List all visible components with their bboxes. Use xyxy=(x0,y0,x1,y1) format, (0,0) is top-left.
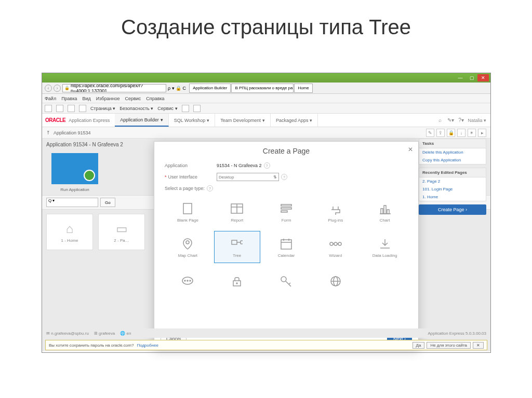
print-icon[interactable] xyxy=(79,105,86,112)
prompt-details-link[interactable]: Подробнее xyxy=(137,343,158,348)
ie-menubar: Файл Правка Вид Избранное Сервис Справка xyxy=(42,94,490,103)
home-icon[interactable] xyxy=(45,105,52,112)
menu-help[interactable]: Справка xyxy=(146,96,164,101)
page-type-map-chart[interactable]: Map Chart xyxy=(165,231,211,263)
run-application-icon xyxy=(51,153,98,184)
svg-rect-9 xyxy=(384,205,386,214)
admin-icon[interactable]: ✎▾ xyxy=(447,117,454,124)
prompt-yes-button[interactable]: Да xyxy=(413,342,425,349)
page-type-data-loading[interactable]: Data Loading xyxy=(362,231,408,263)
page-card-2[interactable]: ▭ 2 - Pa… xyxy=(98,214,145,250)
svg-rect-8 xyxy=(381,209,383,214)
dialog-title: Create a Page ✕ xyxy=(154,142,418,160)
password-prompt: Вы хотите сохранить пароль на oracle.com… xyxy=(45,340,487,350)
search-input[interactable]: Q ▾ xyxy=(46,198,98,207)
help-icon[interactable]: ?▾ xyxy=(457,117,464,124)
page-type-label: Plug-ins xyxy=(328,218,343,223)
user-menu[interactable]: Natalia ▾ xyxy=(468,118,486,123)
run-application-label: Run Application xyxy=(46,187,103,192)
export-icon[interactable]: ↓ xyxy=(457,129,466,137)
menu-edit[interactable]: Правка xyxy=(61,96,77,101)
menu-favorites[interactable]: Избранное xyxy=(96,96,120,101)
menu-file[interactable]: Файл xyxy=(45,96,56,101)
recent-page-link[interactable]: 1. Home xyxy=(419,193,486,201)
tab-packaged-apps[interactable]: Packaged Apps▾ xyxy=(271,114,318,127)
dialog-close-icon[interactable]: ✕ xyxy=(408,146,413,153)
page-type-grid: Blank PageReportFormPlug-insChartMap Cha… xyxy=(165,196,408,298)
bug-icon[interactable]: ✶ xyxy=(468,129,476,137)
page-type-label: Blank Page xyxy=(177,218,198,223)
browser-window: — ▢ ✕ ‹ › 🔒 https://apex.oracle.com/pls/… xyxy=(42,73,491,353)
go-button[interactable]: Go xyxy=(100,198,115,207)
browser-tab[interactable]: В РПЦ рассказали о вреде ра… xyxy=(231,84,294,93)
lock-icon[interactable]: 🔒 xyxy=(447,129,455,137)
page-type-report[interactable]: Report xyxy=(214,196,260,228)
slide-title: Создание страницы типа Tree xyxy=(0,0,532,49)
svg-point-11 xyxy=(186,241,189,244)
help-icon[interactable]: ? xyxy=(281,174,287,180)
tree-icon xyxy=(229,237,245,251)
recent-page-link[interactable]: 2. Page 2 xyxy=(419,177,486,185)
page-type-chart[interactable]: Chart xyxy=(362,196,408,228)
page-type-blank-page[interactable]: Blank Page xyxy=(165,196,211,228)
toolbar-security[interactable]: Безопасность ▾ xyxy=(119,106,153,111)
breadcrumb-bar: ⤒ Application 91534 ✎ ⇪ 🔒 ↓ ✶ ▸ xyxy=(42,127,490,139)
edit-icon[interactable]: ✎ xyxy=(426,129,434,137)
lock-icon: 🔒 xyxy=(64,86,70,90)
page-type-form[interactable]: Form xyxy=(263,196,310,228)
ie-toolbar: Страница ▾ Безопасность ▾ Сервис ▾ xyxy=(42,103,490,114)
create-page-button[interactable]: Create Page › xyxy=(419,204,486,215)
mail-icon[interactable] xyxy=(68,105,75,112)
page-type-wizard[interactable]: Wizard xyxy=(312,231,358,263)
help-icon[interactable] xyxy=(182,105,189,112)
svg-rect-13 xyxy=(281,240,291,249)
maximize-button[interactable]: ▢ xyxy=(466,74,477,81)
minimize-button[interactable]: — xyxy=(455,74,466,81)
close-button[interactable]: ✕ xyxy=(477,74,489,81)
prompt-close-icon[interactable]: ✕ xyxy=(473,342,484,349)
tab-team-dev[interactable]: Team Development▾ xyxy=(215,114,271,127)
menu-view[interactable]: Вид xyxy=(83,96,91,101)
help-icon[interactable]: ? xyxy=(207,185,213,191)
page-type-plug-ins[interactable]: Plug-ins xyxy=(312,196,358,228)
page-type-login-page[interactable] xyxy=(214,266,260,298)
breadcrumb-text[interactable]: Application 91534 xyxy=(54,130,91,135)
tab-sql-workshop[interactable]: SQL Workshop▾ xyxy=(169,114,216,127)
forward-button[interactable]: › xyxy=(54,85,61,92)
page-card-home[interactable]: ⌂ 1 - Home xyxy=(46,214,93,250)
page-type-feedback-page[interactable] xyxy=(165,266,211,298)
page-type-calendar[interactable]: Calendar xyxy=(263,231,310,263)
svg-rect-4 xyxy=(281,204,291,206)
delete-application-link[interactable]: Delete this Application xyxy=(419,148,486,156)
run-application-card[interactable]: Run Application xyxy=(46,153,103,192)
page-type-tree[interactable]: Tree xyxy=(214,231,260,263)
page-card-label: 1 - Home xyxy=(61,238,78,243)
back-button[interactable]: ‹ xyxy=(45,85,52,92)
browser-tab[interactable]: Home xyxy=(294,84,312,93)
tab-app-builder[interactable]: Application Builder▾ xyxy=(115,114,169,127)
feeds-icon[interactable] xyxy=(56,105,63,112)
svg-point-30 xyxy=(281,277,286,282)
toolbar-page[interactable]: Страница ▾ xyxy=(90,106,115,111)
page-type-access-control[interactable] xyxy=(263,266,310,298)
blank-page-icon xyxy=(180,201,195,216)
wizard-icon xyxy=(328,237,343,251)
menu-tools[interactable]: Сервис xyxy=(125,96,141,101)
search-icon[interactable]: ⌕ xyxy=(436,117,444,124)
share-icon[interactable]: ⇪ xyxy=(436,129,445,137)
access-control-icon xyxy=(278,274,294,289)
prompt-no-button[interactable]: Не для этого сайта xyxy=(427,342,471,349)
run-icon[interactable]: ▸ xyxy=(478,129,486,137)
user-interface-select[interactable]: Desktop⇅ xyxy=(217,173,279,181)
copy-application-link[interactable]: Copy this Application xyxy=(419,156,486,164)
help-icon[interactable]: ? xyxy=(264,162,270,169)
app-content: Application 91534 - N Grafeeva 2 Run App… xyxy=(42,139,490,351)
toolbar-extra-icon[interactable] xyxy=(193,105,201,112)
recent-page-link[interactable]: 101. Login Page xyxy=(419,185,486,193)
url-input[interactable]: 🔒 https://apex.oracle.com/pls/apex/f?p=4… xyxy=(62,84,166,92)
footer-workspace: ⊞ grafeeva xyxy=(94,331,115,336)
browser-tab[interactable]: Application Builder xyxy=(189,84,231,93)
page-type-global-page[interactable] xyxy=(312,266,358,298)
toolbar-service[interactable]: Сервис ▾ xyxy=(157,106,177,111)
up-icon[interactable]: ⤒ xyxy=(46,130,50,135)
